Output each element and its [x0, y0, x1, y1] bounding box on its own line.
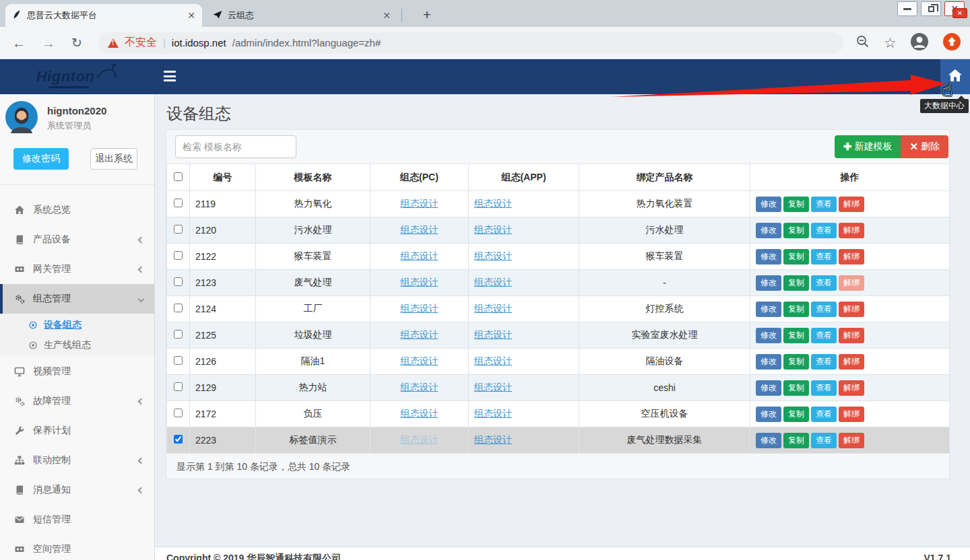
row-checkbox[interactable] [174, 277, 183, 286]
forward-icon[interactable]: → [42, 36, 55, 50]
select-all-checkbox[interactable] [174, 172, 183, 181]
app-design-link[interactable]: 组态设计 [474, 224, 512, 235]
window-restore-button[interactable] [921, 1, 941, 16]
pc-design-link[interactable]: 组态设计 [401, 408, 439, 419]
view-button[interactable]: 查看 [811, 302, 837, 317]
pc-design-link[interactable]: 组态设计 [401, 198, 439, 209]
unbind-button[interactable]: 解绑 [839, 302, 864, 317]
sidebar-item-space-management[interactable]: 空间管理 [0, 534, 154, 560]
copy-button[interactable]: 复制 [783, 380, 809, 396]
modify-button[interactable]: 修改 [756, 223, 781, 238]
pc-design-link[interactable]: 组态设计 [401, 355, 439, 366]
app-design-link[interactable]: 组态设计 [474, 303, 512, 314]
row-checkbox[interactable] [174, 409, 183, 417]
sidebar-item-maintenance-plan[interactable]: 保养计划 [0, 416, 154, 446]
row-checkbox[interactable] [174, 435, 183, 444]
unbind-button[interactable]: 解绑 [839, 249, 864, 265]
unbind-button[interactable]: 解绑 [839, 380, 864, 396]
app-design-link[interactable]: 组态设计 [474, 434, 512, 445]
modify-button[interactable]: 修改 [756, 249, 781, 265]
extension-upload-icon[interactable] [942, 32, 961, 54]
unbind-button[interactable]: 解绑 [839, 354, 864, 370]
app-design-link[interactable]: 组态设计 [474, 408, 512, 419]
pc-design-link[interactable]: 组态设计 [401, 277, 439, 287]
sidebar-item-scada-management[interactable]: 组态管理 [0, 284, 154, 314]
unbind-button[interactable]: 解绑 [839, 197, 864, 212]
modify-button[interactable]: 修改 [756, 407, 781, 422]
change-password-button[interactable]: 修改密码 [13, 148, 69, 170]
copy-button[interactable]: 复制 [783, 197, 809, 212]
row-checkbox[interactable] [174, 382, 183, 391]
browser-tab-active[interactable]: 思普云大数据平台 ✕ [5, 4, 202, 27]
row-checkbox[interactable] [174, 225, 183, 234]
sidebar-item-system-overview[interactable]: 系统总览 [0, 195, 154, 225]
sidebar-item-linkage-control[interactable]: 联动控制 [0, 446, 154, 475]
sidebar-item-video-management[interactable]: 视频管理 [0, 357, 154, 386]
view-button[interactable]: 查看 [811, 197, 837, 212]
app-design-link[interactable]: 组态设计 [474, 277, 512, 287]
view-button[interactable]: 查看 [811, 380, 837, 396]
row-checkbox[interactable] [174, 330, 183, 339]
modify-button[interactable]: 修改 [756, 328, 781, 343]
row-checkbox[interactable] [174, 304, 183, 312]
window-close-button[interactable]: ✕ ✕ [944, 1, 965, 16]
copy-button[interactable]: 复制 [783, 275, 809, 291]
sidebar-item-sms-management[interactable]: 短信管理 [0, 505, 154, 534]
tab-close-icon[interactable]: ✕ [383, 10, 391, 21]
address-bar[interactable]: 不安全 | iot.idosp.net /admin/index.html?la… [98, 32, 843, 54]
copy-button[interactable]: 复制 [783, 249, 809, 265]
sidebar-item-product-device[interactable]: 产品设备 [0, 225, 154, 254]
sidebar-item-fault-management[interactable]: 故障管理 [0, 386, 154, 416]
unbind-button[interactable]: 解绑 [839, 275, 864, 291]
unbind-button[interactable]: 解绑 [839, 433, 864, 448]
profile-avatar-icon[interactable] [910, 32, 929, 54]
view-button[interactable]: 查看 [811, 249, 837, 265]
copy-button[interactable]: 复制 [783, 223, 809, 238]
pc-design-link[interactable]: 组态设计 [401, 303, 439, 314]
copy-button[interactable]: 复制 [783, 302, 809, 317]
pc-design-link[interactable]: 组态设计 [401, 250, 439, 261]
pc-design-link[interactable]: 组态设计 [401, 224, 439, 235]
copy-button[interactable]: 复制 [783, 328, 809, 343]
app-design-link[interactable]: 组态设计 [474, 329, 512, 340]
view-button[interactable]: 查看 [811, 275, 837, 291]
modify-button[interactable]: 修改 [756, 433, 781, 448]
window-minimize-button[interactable] [897, 1, 917, 16]
back-icon[interactable]: ← [12, 36, 26, 50]
delete-button[interactable]: ✕删除 [901, 135, 948, 158]
sidebar-item-device-scada[interactable]: 设备组态 [0, 315, 154, 335]
sidebar-toggle-button[interactable] [164, 71, 176, 81]
new-template-button[interactable]: ✚新建模板 [835, 135, 901, 158]
modify-button[interactable]: 修改 [756, 380, 781, 396]
tab-close-icon[interactable]: ✕ [187, 10, 195, 21]
app-design-link[interactable]: 组态设计 [474, 355, 512, 366]
pc-design-link[interactable]: 组态设计 [401, 382, 439, 392]
view-button[interactable]: 查看 [811, 433, 837, 448]
app-design-link[interactable]: 组态设计 [474, 198, 512, 209]
modify-button[interactable]: 修改 [756, 197, 781, 212]
view-button[interactable]: 查看 [811, 328, 837, 343]
search-input[interactable] [175, 135, 296, 158]
copy-button[interactable]: 复制 [783, 354, 809, 370]
browser-tab-inactive[interactable]: 云组态 ✕ [206, 4, 397, 27]
pc-design-link[interactable]: 组态设计 [401, 329, 439, 340]
new-tab-button[interactable]: + [418, 5, 437, 24]
zoom-out-icon[interactable] [855, 34, 870, 52]
bookmark-star-icon[interactable]: ☆ [884, 35, 897, 51]
unbind-button[interactable]: 解绑 [839, 407, 864, 422]
view-button[interactable]: 查看 [811, 223, 837, 238]
row-checkbox[interactable] [174, 251, 183, 260]
row-checkbox[interactable] [174, 199, 183, 207]
view-button[interactable]: 查看 [811, 354, 837, 370]
sidebar-item-message-notice[interactable]: 消息通知 [0, 475, 154, 505]
app-design-link[interactable]: 组态设计 [474, 250, 512, 261]
view-button[interactable]: 查看 [811, 407, 837, 422]
copy-button[interactable]: 复制 [783, 407, 809, 422]
modify-button[interactable]: 修改 [756, 275, 781, 291]
logout-button[interactable]: 退出系统 [90, 148, 137, 170]
pc-design-link[interactable]: 组态设计 [401, 434, 439, 445]
sidebar-item-gateway-management[interactable]: 网关管理 [0, 254, 154, 284]
app-design-link[interactable]: 组态设计 [474, 382, 512, 392]
modify-button[interactable]: 修改 [756, 302, 781, 317]
unbind-button[interactable]: 解绑 [839, 223, 864, 238]
